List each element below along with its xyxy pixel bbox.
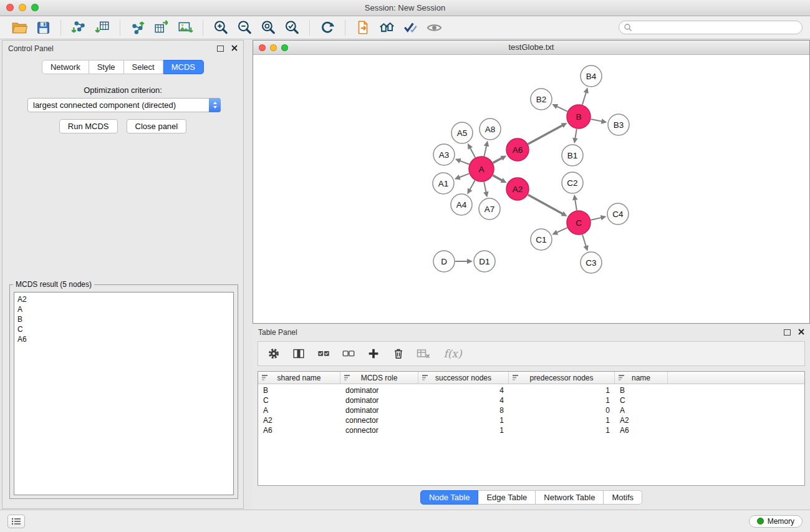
tab-network-table[interactable]: Network Table <box>536 490 604 505</box>
criterion-dropdown[interactable]: largest connected component (directed) <box>27 98 221 112</box>
zoom-selected-button[interactable] <box>280 18 304 37</box>
graph-node-D[interactable]: D <box>433 251 455 272</box>
tab-edge-table[interactable]: Edge Table <box>478 490 536 505</box>
network-close-button[interactable] <box>259 44 266 51</box>
mcds-result-item[interactable]: A6 <box>17 334 230 344</box>
delete-table-button[interactable] <box>413 344 434 364</box>
graph-edge-B-B3[interactable] <box>591 118 607 123</box>
graph-edge-A-A5[interactable] <box>468 143 475 158</box>
float-panel-icon[interactable] <box>217 46 224 52</box>
task-history-button[interactable] <box>7 515 25 528</box>
column-header-predecessor-nodes[interactable]: predecessor nodes <box>509 372 615 384</box>
show-hide-details-button[interactable] <box>422 18 446 37</box>
minimize-window-button[interactable] <box>19 4 26 11</box>
graph-node-A7[interactable]: A7 <box>479 198 500 220</box>
import-table-button[interactable] <box>90 18 114 37</box>
graph-edge-B-B4[interactable] <box>582 87 589 105</box>
close-panel-icon[interactable] <box>231 44 238 53</box>
graph-edge-A-A4[interactable] <box>467 180 475 194</box>
tab-select[interactable]: Select <box>124 60 163 74</box>
graph-node-A3[interactable]: A3 <box>433 144 455 165</box>
graph-edge-B-B2[interactable] <box>552 104 567 112</box>
table-row[interactable]: Cdominator41C <box>258 395 804 405</box>
export-document-button[interactable] <box>351 18 375 37</box>
network-overview-button[interactable] <box>375 18 398 37</box>
graph-edge-A-A7[interactable] <box>483 182 488 198</box>
graph-edge-C-C2[interactable] <box>572 195 577 210</box>
graph-edge-B-B1[interactable] <box>572 129 577 143</box>
mcds-result-item[interactable]: A <box>17 304 230 314</box>
graph-edge-A6-B[interactable] <box>528 123 567 144</box>
network-canvas[interactable]: B4B2BB3A5A8A6A3B1AA1C2A2A4A7CC4C1C3DD1 <box>253 55 809 323</box>
graphics-details-button[interactable] <box>398 18 422 37</box>
graph-edge-C-C4[interactable] <box>591 215 607 220</box>
graph-node-C4[interactable]: C4 <box>607 203 629 225</box>
table-row[interactable]: A6connector11A6 <box>258 425 804 435</box>
network-zoom-button[interactable] <box>281 44 288 51</box>
graph-node-B3[interactable]: B3 <box>608 114 629 135</box>
window-titlebar[interactable]: Session: New Session <box>0 0 810 16</box>
import-network-button[interactable] <box>67 18 90 37</box>
export-image-button[interactable] <box>173 18 197 37</box>
graph-node-A4[interactable]: A4 <box>451 194 472 215</box>
deselect-all-columns-button[interactable] <box>338 344 359 364</box>
column-header-shared-name[interactable]: shared name <box>258 372 340 384</box>
graph-node-B2[interactable]: B2 <box>531 89 552 110</box>
tab-node-table[interactable]: Node Table <box>420 490 479 505</box>
function-builder-button[interactable]: f(x) <box>438 344 468 364</box>
save-session-button[interactable] <box>31 18 55 37</box>
close-table-panel-icon[interactable] <box>798 328 804 337</box>
graph-edge-A-A2[interactable] <box>493 175 506 183</box>
graph-node-A6[interactable]: A6 <box>506 138 529 161</box>
graph-edge-A2-C[interactable] <box>528 195 567 216</box>
select-all-columns-button[interactable] <box>313 344 334 364</box>
table-row[interactable]: Adominator80A <box>258 405 804 415</box>
zoom-out-button[interactable] <box>233 18 256 37</box>
network-minimize-button[interactable] <box>270 44 277 51</box>
column-header-name[interactable]: name <box>615 372 668 384</box>
graph-node-C1[interactable]: C1 <box>531 229 552 250</box>
graph-edge-A-A1[interactable] <box>455 173 470 180</box>
graph-node-B[interactable]: B <box>567 105 591 128</box>
graph-edge-D-D1[interactable] <box>455 259 473 264</box>
run-mcds-button[interactable]: Run MCDS <box>59 119 118 133</box>
table-row[interactable]: A2connector11A2 <box>258 415 804 425</box>
table-settings-button[interactable] <box>263 344 284 364</box>
mcds-result-item[interactable]: C <box>17 324 230 334</box>
export-table-button[interactable] <box>150 18 173 37</box>
graph-node-B1[interactable]: B1 <box>562 145 583 166</box>
column-header-mcds-role[interactable]: MCDS role <box>340 372 418 384</box>
export-network-button[interactable] <box>126 18 150 37</box>
delete-column-button[interactable] <box>388 344 409 364</box>
network-window-titlebar[interactable]: testGlobe.txt <box>253 41 809 55</box>
column-header-successor-nodes[interactable]: successor nodes <box>418 372 509 384</box>
zoom-fit-button[interactable] <box>256 18 280 37</box>
table-row[interactable]: Bdominator41B <box>258 385 804 395</box>
graph-node-D1[interactable]: D1 <box>474 251 495 272</box>
close-panel-button[interactable]: Close panel <box>127 119 187 133</box>
mcds-result-item[interactable]: B <box>17 314 230 324</box>
graph-node-C[interactable]: C <box>567 211 591 235</box>
graph-node-A5[interactable]: A5 <box>451 122 473 143</box>
close-window-button[interactable] <box>6 4 14 11</box>
graph-node-C3[interactable]: C3 <box>581 252 602 273</box>
graph-node-A8[interactable]: A8 <box>480 118 501 140</box>
float-table-panel-icon[interactable] <box>784 329 791 336</box>
tab-style[interactable]: Style <box>89 60 124 74</box>
tab-motifs[interactable]: Motifs <box>604 490 642 505</box>
add-column-button[interactable] <box>363 344 384 364</box>
graph-edge-C-C3[interactable] <box>582 235 589 251</box>
graph-edge-A-A3[interactable] <box>455 158 470 164</box>
tab-network[interactable]: Network <box>42 60 89 74</box>
memory-button[interactable]: Memory <box>749 515 803 528</box>
tab-mcds[interactable]: MCDS <box>163 60 204 74</box>
search-input[interactable] <box>619 21 803 34</box>
show-columns-button[interactable] <box>288 344 309 364</box>
graph-edge-C-C1[interactable] <box>552 228 567 235</box>
graph-node-A2[interactable]: A2 <box>506 178 529 200</box>
zoom-in-button[interactable] <box>209 18 233 37</box>
graph-node-C2[interactable]: C2 <box>562 172 583 193</box>
mcds-result-item[interactable]: A2 <box>17 294 230 304</box>
graph-node-A[interactable]: A <box>469 157 494 181</box>
zoom-window-button[interactable] <box>31 4 39 11</box>
